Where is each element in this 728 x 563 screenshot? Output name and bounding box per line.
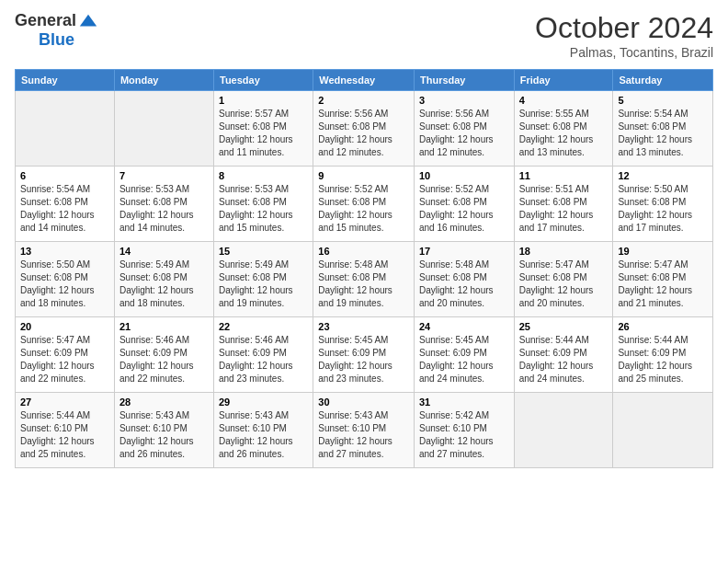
day-number: 5 bbox=[618, 95, 708, 106]
day-number: 13 bbox=[20, 246, 109, 257]
calendar-day-cell: 14Sunrise: 5:49 AM Sunset: 6:08 PM Dayli… bbox=[114, 242, 213, 317]
calendar-day-cell: 13Sunrise: 5:50 AM Sunset: 6:08 PM Dayli… bbox=[16, 242, 115, 317]
calendar-day-cell: 12Sunrise: 5:50 AM Sunset: 6:08 PM Dayli… bbox=[613, 167, 713, 242]
logo-icon bbox=[78, 11, 98, 31]
day-number: 10 bbox=[419, 170, 509, 181]
day-number: 29 bbox=[219, 396, 308, 408]
calendar-day-cell: 21Sunrise: 5:46 AM Sunset: 6:09 PM Dayli… bbox=[114, 317, 213, 393]
calendar-day-cell: 5Sunrise: 5:54 AM Sunset: 6:08 PM Daylig… bbox=[613, 91, 713, 167]
day-number: 12 bbox=[618, 170, 708, 181]
calendar-day-cell: 15Sunrise: 5:49 AM Sunset: 6:08 PM Dayli… bbox=[214, 242, 313, 317]
day-number: 22 bbox=[219, 321, 308, 332]
calendar-day-cell: 23Sunrise: 5:45 AM Sunset: 6:09 PM Dayli… bbox=[313, 317, 415, 393]
page-header: General Blue October 2024 Palmas, Tocant… bbox=[15, 11, 713, 60]
calendar-day-cell bbox=[514, 393, 613, 468]
day-info: Sunrise: 5:54 AM Sunset: 6:08 PM Dayligh… bbox=[20, 183, 109, 235]
day-info: Sunrise: 5:49 AM Sunset: 6:08 PM Dayligh… bbox=[219, 259, 308, 310]
day-info: Sunrise: 5:49 AM Sunset: 6:08 PM Dayligh… bbox=[119, 259, 209, 310]
calendar-week-row: 13Sunrise: 5:50 AM Sunset: 6:08 PM Dayli… bbox=[16, 242, 713, 317]
calendar-day-cell: 10Sunrise: 5:52 AM Sunset: 6:08 PM Dayli… bbox=[414, 167, 514, 242]
day-info: Sunrise: 5:44 AM Sunset: 6:09 PM Dayligh… bbox=[519, 334, 609, 385]
day-info: Sunrise: 5:53 AM Sunset: 6:08 PM Dayligh… bbox=[219, 183, 308, 235]
day-info: Sunrise: 5:57 AM Sunset: 6:08 PM Dayligh… bbox=[219, 108, 308, 159]
calendar-day-cell: 4Sunrise: 5:55 AM Sunset: 6:08 PM Daylig… bbox=[514, 91, 613, 167]
day-number: 21 bbox=[119, 321, 209, 332]
calendar-day-cell: 30Sunrise: 5:43 AM Sunset: 6:10 PM Dayli… bbox=[313, 393, 415, 468]
day-info: Sunrise: 5:54 AM Sunset: 6:08 PM Dayligh… bbox=[618, 108, 708, 159]
calendar-day-header: Monday bbox=[114, 70, 213, 91]
day-info: Sunrise: 5:45 AM Sunset: 6:09 PM Dayligh… bbox=[318, 334, 409, 385]
day-number: 19 bbox=[618, 246, 708, 257]
location-text: Palmas, Tocantins, Brazil bbox=[535, 45, 713, 60]
day-info: Sunrise: 5:44 AM Sunset: 6:09 PM Dayligh… bbox=[618, 334, 708, 385]
day-number: 4 bbox=[519, 95, 609, 106]
calendar-header-row: SundayMondayTuesdayWednesdayThursdayFrid… bbox=[16, 70, 713, 91]
calendar-day-header: Wednesday bbox=[313, 70, 415, 91]
calendar-day-cell: 16Sunrise: 5:48 AM Sunset: 6:08 PM Dayli… bbox=[313, 242, 415, 317]
day-info: Sunrise: 5:47 AM Sunset: 6:08 PM Dayligh… bbox=[519, 259, 609, 310]
calendar-day-header: Thursday bbox=[414, 70, 514, 91]
day-number: 16 bbox=[318, 246, 409, 257]
day-info: Sunrise: 5:47 AM Sunset: 6:08 PM Dayligh… bbox=[618, 259, 708, 310]
day-info: Sunrise: 5:48 AM Sunset: 6:08 PM Dayligh… bbox=[419, 259, 509, 310]
day-info: Sunrise: 5:44 AM Sunset: 6:10 PM Dayligh… bbox=[20, 409, 109, 461]
calendar-day-cell bbox=[16, 91, 115, 167]
calendar-day-cell: 31Sunrise: 5:42 AM Sunset: 6:10 PM Dayli… bbox=[414, 393, 514, 468]
day-info: Sunrise: 5:45 AM Sunset: 6:09 PM Dayligh… bbox=[419, 334, 509, 385]
logo-blue-text: Blue bbox=[39, 31, 74, 50]
calendar-week-row: 20Sunrise: 5:47 AM Sunset: 6:09 PM Dayli… bbox=[16, 317, 713, 393]
day-number: 18 bbox=[519, 246, 609, 257]
day-info: Sunrise: 5:42 AM Sunset: 6:10 PM Dayligh… bbox=[419, 409, 509, 461]
day-info: Sunrise: 5:53 AM Sunset: 6:08 PM Dayligh… bbox=[119, 183, 209, 235]
calendar-day-cell: 20Sunrise: 5:47 AM Sunset: 6:09 PM Dayli… bbox=[16, 317, 115, 393]
day-info: Sunrise: 5:47 AM Sunset: 6:09 PM Dayligh… bbox=[20, 334, 109, 385]
calendar-day-cell: 24Sunrise: 5:45 AM Sunset: 6:09 PM Dayli… bbox=[414, 317, 514, 393]
day-info: Sunrise: 5:51 AM Sunset: 6:08 PM Dayligh… bbox=[519, 183, 609, 235]
calendar-day-cell bbox=[613, 393, 713, 468]
calendar-day-cell: 22Sunrise: 5:46 AM Sunset: 6:09 PM Dayli… bbox=[214, 317, 313, 393]
calendar-day-cell bbox=[114, 91, 213, 167]
calendar-day-cell: 29Sunrise: 5:43 AM Sunset: 6:10 PM Dayli… bbox=[214, 393, 313, 468]
day-number: 27 bbox=[20, 396, 109, 408]
logo-general-text: General bbox=[15, 12, 76, 30]
day-info: Sunrise: 5:50 AM Sunset: 6:08 PM Dayligh… bbox=[20, 259, 109, 310]
calendar-table: SundayMondayTuesdayWednesdayThursdayFrid… bbox=[15, 69, 713, 468]
day-number: 11 bbox=[519, 170, 609, 181]
month-title: October 2024 bbox=[535, 11, 713, 45]
day-info: Sunrise: 5:55 AM Sunset: 6:08 PM Dayligh… bbox=[519, 108, 609, 159]
day-number: 17 bbox=[419, 246, 509, 257]
calendar-day-header: Saturday bbox=[613, 70, 713, 91]
calendar-day-header: Friday bbox=[514, 70, 613, 91]
logo: General Blue bbox=[15, 11, 98, 50]
day-info: Sunrise: 5:50 AM Sunset: 6:08 PM Dayligh… bbox=[618, 183, 708, 235]
day-number: 14 bbox=[119, 246, 209, 257]
calendar-day-cell: 11Sunrise: 5:51 AM Sunset: 6:08 PM Dayli… bbox=[514, 167, 613, 242]
calendar-day-cell: 28Sunrise: 5:43 AM Sunset: 6:10 PM Dayli… bbox=[114, 393, 213, 468]
day-info: Sunrise: 5:56 AM Sunset: 6:08 PM Dayligh… bbox=[419, 108, 509, 159]
day-number: 1 bbox=[219, 95, 308, 106]
day-info: Sunrise: 5:43 AM Sunset: 6:10 PM Dayligh… bbox=[219, 409, 308, 461]
calendar-day-cell: 17Sunrise: 5:48 AM Sunset: 6:08 PM Dayli… bbox=[414, 242, 514, 317]
svg-marker-0 bbox=[80, 15, 97, 27]
day-number: 23 bbox=[318, 321, 409, 332]
day-number: 9 bbox=[318, 170, 409, 181]
calendar-day-cell: 25Sunrise: 5:44 AM Sunset: 6:09 PM Dayli… bbox=[514, 317, 613, 393]
calendar-day-cell: 18Sunrise: 5:47 AM Sunset: 6:08 PM Dayli… bbox=[514, 242, 613, 317]
day-number: 2 bbox=[318, 95, 409, 106]
day-info: Sunrise: 5:56 AM Sunset: 6:08 PM Dayligh… bbox=[318, 108, 409, 159]
day-info: Sunrise: 5:43 AM Sunset: 6:10 PM Dayligh… bbox=[119, 409, 209, 461]
day-info: Sunrise: 5:46 AM Sunset: 6:09 PM Dayligh… bbox=[119, 334, 209, 385]
day-number: 25 bbox=[519, 321, 609, 332]
calendar-day-cell: 7Sunrise: 5:53 AM Sunset: 6:08 PM Daylig… bbox=[114, 167, 213, 242]
day-number: 3 bbox=[419, 95, 509, 106]
calendar-week-row: 1Sunrise: 5:57 AM Sunset: 6:08 PM Daylig… bbox=[16, 91, 713, 167]
day-number: 8 bbox=[219, 170, 308, 181]
day-info: Sunrise: 5:43 AM Sunset: 6:10 PM Dayligh… bbox=[318, 409, 409, 461]
day-number: 20 bbox=[20, 321, 109, 332]
day-info: Sunrise: 5:46 AM Sunset: 6:09 PM Dayligh… bbox=[219, 334, 308, 385]
day-number: 24 bbox=[419, 321, 509, 332]
calendar-week-row: 6Sunrise: 5:54 AM Sunset: 6:08 PM Daylig… bbox=[16, 167, 713, 242]
day-number: 26 bbox=[618, 321, 708, 332]
day-number: 15 bbox=[219, 246, 308, 257]
calendar-day-cell: 6Sunrise: 5:54 AM Sunset: 6:08 PM Daylig… bbox=[16, 167, 115, 242]
